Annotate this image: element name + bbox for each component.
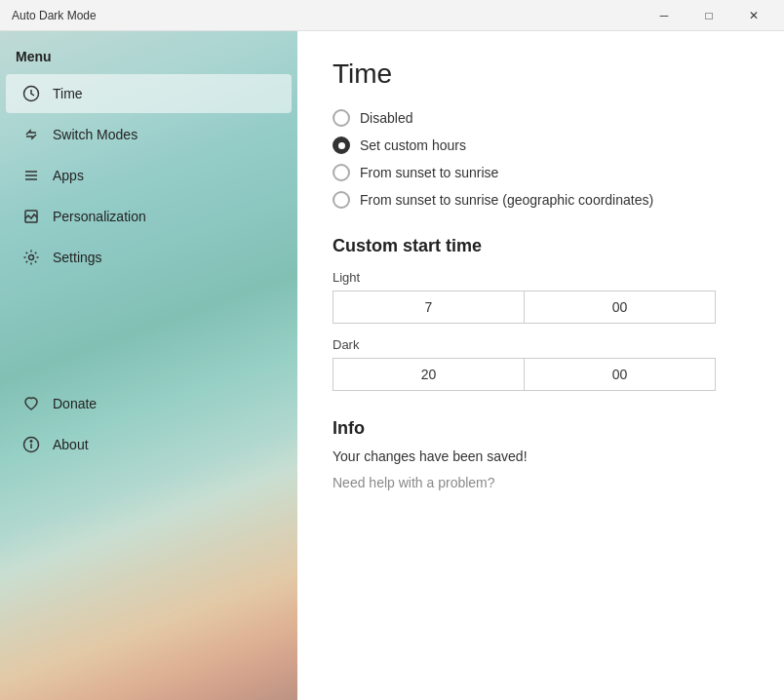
- sidebar: Menu TimeSwitch ModesAppsPersonalization…: [0, 31, 297, 700]
- switch-modes-icon: [21, 125, 41, 144]
- sidebar-item-time[interactable]: Time: [6, 74, 292, 113]
- saved-message: Your changes have been saved!: [333, 448, 749, 464]
- info-section: Info Your changes have been saved! Need …: [333, 418, 749, 491]
- app-title: Auto Dark Mode: [12, 9, 97, 22]
- sidebar-item-switch-modes[interactable]: Switch Modes: [6, 115, 292, 154]
- sidebar-bottom: DonateAbout: [0, 382, 297, 700]
- window-controls: ─ □ ✕: [642, 0, 776, 31]
- maximize-button[interactable]: □: [686, 0, 731, 31]
- sidebar-content: Menu TimeSwitch ModesAppsPersonalization…: [0, 31, 297, 700]
- radio-item-sunset-sunrise[interactable]: From sunset to sunrise: [333, 164, 749, 181]
- sidebar-item-apps[interactable]: Apps: [6, 156, 292, 195]
- light-label: Light: [333, 270, 749, 285]
- sidebar-item-label-apps: Apps: [53, 168, 84, 183]
- dark-label: Dark: [333, 337, 749, 352]
- help-link[interactable]: Need help with a problem?: [333, 475, 495, 490]
- radio-circle-sunset-sunrise: [333, 164, 350, 181]
- sidebar-item-donate[interactable]: Donate: [6, 384, 292, 423]
- dark-hour-input[interactable]: [333, 358, 524, 391]
- sidebar-item-about[interactable]: About: [6, 425, 292, 464]
- radio-label-custom-hours: Set custom hours: [360, 137, 466, 153]
- radio-circle-disabled: [333, 109, 350, 127]
- sidebar-item-label-switch-modes: Switch Modes: [53, 127, 137, 142]
- custom-start-time-title: Custom start time: [333, 236, 749, 256]
- radio-item-custom-hours[interactable]: Set custom hours: [333, 136, 749, 154]
- radio-circle-sunset-sunrise-geo: [333, 191, 350, 209]
- sidebar-item-settings[interactable]: Settings: [6, 238, 292, 277]
- time-icon: [21, 84, 41, 103]
- radio-circle-custom-hours: [333, 136, 350, 154]
- radio-label-disabled: Disabled: [360, 110, 412, 126]
- info-title: Info: [333, 418, 749, 439]
- apps-icon: [21, 166, 41, 185]
- personalization-icon: [21, 207, 41, 226]
- main-content: Time DisabledSet custom hoursFrom sunset…: [297, 31, 784, 700]
- svg-point-5: [29, 255, 34, 260]
- sidebar-item-label-personalization: Personalization: [53, 209, 146, 224]
- radio-group: DisabledSet custom hoursFrom sunset to s…: [333, 109, 749, 209]
- radio-label-sunset-sunrise: From sunset to sunrise: [360, 165, 498, 180]
- sidebar-item-label-settings: Settings: [53, 250, 102, 265]
- menu-label: Menu: [0, 31, 297, 72]
- light-hour-input[interactable]: [333, 291, 524, 324]
- radio-label-sunset-sunrise-geo: From sunset to sunrise (geographic coord…: [360, 192, 653, 208]
- minimize-button[interactable]: ─: [642, 0, 686, 31]
- donate-icon: [21, 394, 41, 413]
- close-button[interactable]: ✕: [731, 0, 776, 31]
- settings-icon: [21, 248, 41, 267]
- dark-time-inputs: [333, 358, 557, 391]
- radio-item-sunset-sunrise-geo[interactable]: From sunset to sunrise (geographic coord…: [333, 191, 749, 209]
- sidebar-item-label-time: Time: [53, 86, 83, 101]
- nav-items: TimeSwitch ModesAppsPersonalizationSetti…: [0, 72, 297, 382]
- about-icon: [21, 435, 41, 454]
- page-title: Time: [333, 58, 749, 90]
- radio-item-disabled[interactable]: Disabled: [333, 109, 749, 127]
- light-minute-input[interactable]: [524, 291, 716, 324]
- sidebar-item-personalization[interactable]: Personalization: [6, 197, 292, 236]
- app-body: Menu TimeSwitch ModesAppsPersonalization…: [0, 31, 784, 700]
- light-time-inputs: [333, 291, 557, 324]
- title-bar: Auto Dark Mode ─ □ ✕: [0, 0, 784, 31]
- sidebar-bottom-label-about: About: [53, 437, 89, 452]
- sidebar-bottom-label-donate: Donate: [53, 396, 97, 411]
- svg-point-8: [30, 441, 32, 443]
- dark-minute-input[interactable]: [524, 358, 716, 391]
- custom-start-time-section: Custom start time Light Dark: [333, 236, 749, 391]
